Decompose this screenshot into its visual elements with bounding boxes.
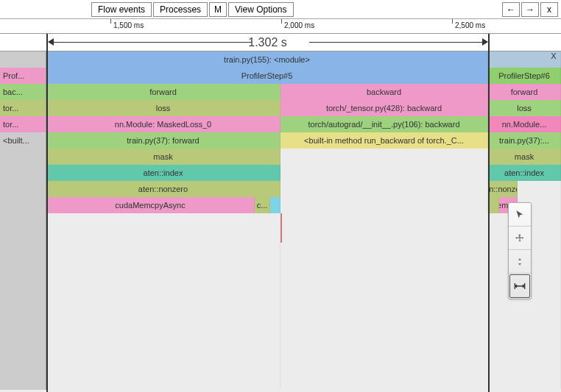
empty-space	[518, 181, 561, 197]
forward-button[interactable]: →	[521, 2, 539, 17]
time-range-bar[interactable]: 1.302 s	[0, 34, 561, 51]
event-bar[interactable]: loss	[46, 100, 280, 116]
side-label: Prof...	[0, 68, 46, 84]
event-bar[interactable]: ProfilerStep#5	[46, 68, 488, 84]
side-label: bac...	[0, 84, 46, 100]
empty-space	[280, 197, 488, 213]
event-bar[interactable]: train.py(37):...	[488, 132, 561, 149]
event-bar[interactable]: loss	[488, 100, 561, 116]
flame-tracks[interactable]: train.py(155): <module> Prof... Profiler…	[0, 51, 561, 375]
event-bar[interactable]: nn.Module: MaskedLoss_0	[46, 116, 280, 132]
empty-space	[46, 213, 280, 390]
tick-label: 2,000 ms	[284, 21, 314, 29]
side-label	[0, 197, 46, 213]
side-label	[0, 149, 46, 165]
close-button[interactable]: x	[540, 2, 558, 17]
range-edge-left[interactable]	[46, 34, 48, 392]
pan-tool[interactable]	[509, 227, 531, 250]
event-bar[interactable]: aten::index	[46, 165, 280, 181]
time-ruler: 1,500 ms 2,000 ms 2,500 ms	[0, 19, 561, 34]
event-bar[interactable]: cudaMemcpyAsync	[46, 197, 255, 213]
side-label: tor...	[0, 116, 46, 132]
side-label: <built...	[0, 132, 46, 149]
event-bar[interactable]: <built-in method run_backward of torch._…	[280, 132, 488, 149]
event-bar[interactable]: aten::index	[488, 165, 561, 181]
side-label: tor...	[0, 100, 46, 116]
event-bar[interactable]: forward	[488, 84, 561, 100]
flow-events-button[interactable]: Flow events	[91, 2, 152, 17]
event-bar[interactable]: torch/autograd/__init__.py(106): backwar…	[280, 116, 488, 132]
event-bar[interactable]: ProfilerStep#6	[488, 68, 561, 84]
pointer-tool[interactable]	[509, 203, 531, 227]
empty-space	[280, 181, 488, 197]
event-bar[interactable]: aten::nonzero	[46, 181, 280, 197]
empty-space	[280, 165, 488, 181]
event-bar[interactable]: mask	[46, 149, 280, 165]
event-bar[interactable]: c...	[255, 197, 270, 213]
event-bar[interactable]: train.py(155): <module>	[46, 51, 488, 68]
timing-tool[interactable]	[509, 274, 530, 298]
event-bar[interactable]: forward	[46, 84, 280, 100]
event-bar[interactable]	[488, 197, 499, 213]
tool-palette	[508, 202, 532, 299]
side-label	[0, 181, 46, 197]
event-bar[interactable]: backward	[280, 84, 488, 100]
m-button[interactable]: M	[209, 2, 227, 17]
processes-button[interactable]: Processes	[153, 2, 208, 17]
locator-x[interactable]: X	[551, 51, 557, 61]
event-bar[interactable]: torch/_tensor.py(428): backward	[280, 100, 488, 116]
zoom-tool[interactable]	[509, 250, 531, 274]
range-edge-right[interactable]	[488, 34, 490, 392]
empty-space	[280, 149, 488, 165]
event-bar[interactable]: train.py(37): forward	[46, 132, 280, 149]
side-label	[0, 213, 46, 390]
event-bar[interactable]	[270, 197, 280, 213]
range-label: 1.302 s	[46, 36, 489, 49]
side-label	[0, 51, 46, 68]
back-button[interactable]: ←	[502, 2, 520, 17]
side-label	[0, 165, 46, 181]
event-bar[interactable]: mask	[488, 149, 561, 165]
view-options-button[interactable]: View Options	[228, 2, 293, 17]
toolbar: Flow events Processes M View Options ← →…	[0, 0, 561, 19]
tick-label: 2,500 ms	[455, 21, 485, 29]
event-bar[interactable]: nn.Module...	[488, 116, 561, 132]
tick-label: 1,500 ms	[113, 21, 144, 29]
event-bar[interactable]: aten::nonzero	[488, 181, 518, 197]
